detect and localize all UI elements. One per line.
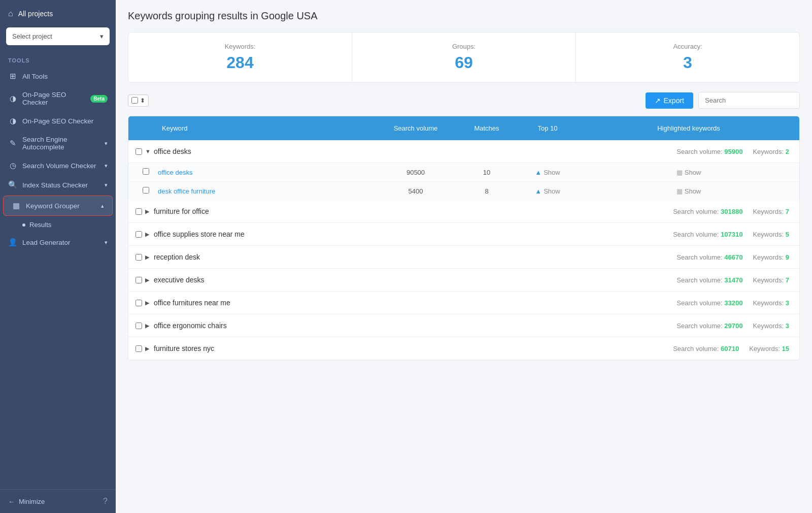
group-row: ▼ office desks Search volume: 95900 Keyw… [128, 140, 799, 163]
group-row-furniture-for-office: ▶ furniture for office Search volume: 30… [128, 200, 799, 223]
keywords-count-value: 2 [786, 148, 789, 155]
group-keyword-name: executive desks [154, 276, 676, 284]
group-meta: Search volume: 46670 Keywords: 9 [676, 253, 799, 261]
sub-top10-show2[interactable]: ▲ Show [517, 187, 578, 195]
sv-label: Search volume: 29700 [676, 322, 742, 330]
home-icon: ⌂ [8, 9, 13, 18]
sv-label: Search volume: 33200 [676, 299, 742, 307]
chevron-down-icon: ▾ [100, 33, 104, 40]
group-checkbox[interactable] [136, 277, 142, 283]
group-checkbox-cell: ▶ [128, 231, 154, 238]
image-icon2: ▦ [676, 187, 683, 195]
sidebar-item-label: Search Volume Checker [22, 162, 96, 170]
th-checkbox [128, 121, 154, 135]
sub-checkbox[interactable] [143, 168, 149, 175]
sidebar-all-projects[interactable]: ⌂ All projects [0, 0, 116, 27]
triangle-right-icon[interactable]: ▶ [145, 300, 149, 306]
group-checkbox[interactable] [136, 323, 142, 329]
sidebar-sub-item-results[interactable]: Results [0, 217, 116, 233]
triangle-right-icon[interactable]: ▶ [145, 231, 149, 238]
sub-row: office desks 90500 10 ▲ Show ▦ Show [128, 163, 799, 182]
results-table: Keyword Search volume Matches Top 10 Hig… [128, 116, 800, 361]
sub-rows-office-desks: office desks 90500 10 ▲ Show ▦ Show desk… [128, 163, 799, 200]
sub-checkbox-cell [128, 168, 154, 176]
group-checkbox[interactable] [136, 345, 142, 352]
sidebar-footer: ← Minimize ? [0, 489, 116, 513]
table-header: Keyword Search volume Matches Top 10 Hig… [128, 116, 799, 140]
image-icon: ▦ [676, 169, 683, 176]
export-icon: ↗ [655, 97, 661, 105]
group-checkbox-cell: ▶ [128, 345, 154, 352]
group-checkbox[interactable] [136, 300, 142, 306]
sidebar-item-label: Search Engine Autocomplete [22, 136, 99, 151]
sub-highlighted-show[interactable]: ▦ Show [578, 169, 799, 176]
group-keyword-name: reception desk [154, 253, 676, 261]
accuracy-value: 3 [581, 53, 794, 72]
help-icon[interactable]: ? [103, 497, 108, 506]
circle-half-icon2: ◑ [8, 116, 17, 125]
sub-keyword-link[interactable]: office desks [154, 169, 375, 176]
sub-top10-show[interactable]: ▲ Show [517, 169, 578, 176]
group-checkbox[interactable] [136, 208, 142, 215]
show-label2: Show [685, 169, 701, 176]
group-checkbox-cell: ▶ [128, 323, 154, 329]
triangle-right-icon[interactable]: ▶ [145, 208, 149, 215]
triangle-right-icon[interactable]: ▶ [145, 277, 149, 283]
sub-checkbox-cell2 [128, 187, 154, 195]
triangle-right-icon[interactable]: ▶ [145, 345, 149, 352]
main-content: Keywords grouping results in Google USA … [116, 0, 812, 513]
th-keyword: Keyword [154, 121, 375, 135]
sidebar-item-label: Keyword Grouper [26, 202, 80, 210]
sub-row: desk office furniture 5400 8 ▲ Show ▦ Sh… [128, 182, 799, 200]
sidebar-item-on-page-seo-beta[interactable]: ◑ On-Page SEO Checker Beta [0, 86, 116, 111]
groups-value: 69 [357, 53, 570, 72]
search-input[interactable] [698, 92, 800, 109]
project-select-dropdown[interactable]: Select project ▾ [6, 27, 110, 45]
group-keyword-name: furniture for office [154, 207, 673, 215]
beta-badge: Beta [90, 95, 108, 103]
kw-label: Keywords: 9 [753, 253, 789, 261]
sub-volume: 90500 [375, 169, 456, 176]
th-matches: Matches [456, 121, 517, 135]
triangle-right-icon[interactable]: ▶ [145, 323, 149, 329]
group-checkbox[interactable] [136, 148, 142, 155]
kw-label: Keywords: 15 [749, 345, 789, 352]
tools-section-label: TOOLS [0, 52, 116, 67]
export-label: Export [664, 97, 684, 105]
sv-label: Search volume: 31470 [676, 276, 742, 284]
sidebar-item-lead-generator[interactable]: 👤 Lead Generator ▾ [0, 233, 116, 252]
sidebar-item-all-tools[interactable]: ⊞ All Tools [0, 67, 116, 86]
dot-icon [22, 223, 25, 227]
group-checkbox-cell: ▶ [128, 208, 154, 215]
th-search-volume: Search volume [375, 121, 456, 135]
group-checkbox[interactable] [136, 254, 142, 261]
group-keyword-name: office furnitures near me [154, 299, 676, 307]
group-keyword-name: office ergonomic chairs [154, 322, 676, 330]
minimize-button[interactable]: ← Minimize [8, 498, 45, 505]
arrow-up-icon2: ▲ [535, 187, 542, 195]
sidebar-item-index-status-checker[interactable]: 🔍 Index Status Checker ▾ [0, 175, 116, 195]
grouper-icon: ▦ [12, 201, 21, 210]
triangle-down-icon[interactable]: ▼ [145, 148, 151, 154]
sidebar-item-search-engine-autocomplete[interactable]: ✎ Search Engine Autocomplete ▾ [0, 131, 116, 156]
group-checkbox-cell: ▼ [128, 148, 154, 155]
page-title: Keywords grouping results in Google USA [128, 10, 800, 22]
triangle-right-icon[interactable]: ▶ [145, 254, 149, 261]
sub-keyword-link2[interactable]: desk office furniture [154, 187, 375, 195]
group-checkbox[interactable] [136, 231, 142, 238]
sv-label: Search volume: 60710 [673, 345, 739, 352]
select-all-checkbox[interactable] [131, 97, 138, 104]
chevron-icon2: ▾ [105, 163, 108, 169]
export-button[interactable]: ↗ Export [646, 92, 693, 109]
group-meta: Search volume: 31470 Keywords: 7 [676, 276, 799, 284]
group-meta: Search volume: 301880 Keywords: 7 [673, 208, 799, 215]
select-all-wrap: ⬍ [128, 94, 149, 107]
sub-highlighted-show2[interactable]: ▦ Show [578, 187, 799, 195]
expand-button[interactable]: ⬍ [140, 97, 145, 104]
sidebar-item-keyword-grouper[interactable]: ▦ Keyword Grouper ▴ [3, 196, 113, 216]
sub-checkbox2[interactable] [143, 187, 149, 194]
clock-icon: ◷ [8, 161, 17, 170]
circle-half-icon: ◑ [8, 94, 17, 103]
sidebar-item-search-volume-checker[interactable]: ◷ Search Volume Checker ▾ [0, 156, 116, 175]
sidebar-item-on-page-seo[interactable]: ◑ On-Page SEO Checker [0, 111, 116, 131]
